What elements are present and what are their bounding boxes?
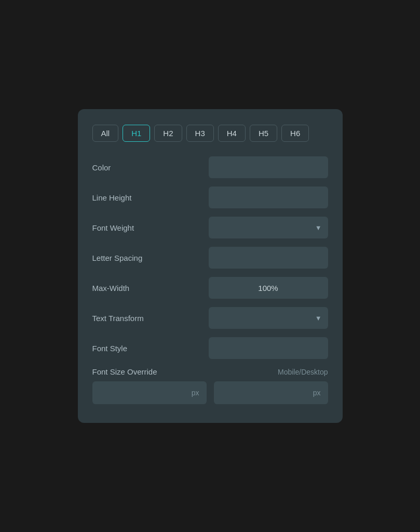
tab-h1[interactable]: H1 — [123, 125, 150, 142]
desktop-px-input-wrap: px — [214, 381, 328, 404]
max-width-row: Max-Width — [92, 277, 328, 299]
mobile-desktop-label: Mobile/Desktop — [278, 368, 328, 376]
text-transform-select-wrap: ▼ — [209, 307, 328, 329]
color-input[interactable] — [209, 156, 328, 178]
text-transform-select[interactable] — [209, 307, 328, 329]
font-size-override-label: Font Size Override — [92, 367, 157, 376]
tab-all[interactable]: All — [92, 125, 119, 142]
max-width-input[interactable] — [209, 277, 328, 299]
font-weight-select-wrap: ▼ — [209, 217, 328, 238]
font-style-label: Font Style — [92, 344, 160, 353]
tab-h3[interactable]: H3 — [186, 125, 214, 142]
letter-spacing-input[interactable] — [209, 247, 328, 269]
heading-tabs: All H1 H2 H3 H4 H5 H6 — [92, 125, 328, 142]
tab-h6[interactable]: H6 — [281, 125, 309, 142]
desktop-px-label: px — [313, 389, 321, 397]
mobile-px-input[interactable] — [100, 389, 188, 397]
max-width-label: Max-Width — [92, 284, 160, 292]
font-weight-select[interactable] — [209, 217, 328, 238]
typography-panel: All H1 H2 H3 H4 H5 H6 Color Line Height … — [78, 109, 343, 423]
line-height-row: Line Height — [92, 187, 328, 208]
font-size-override-row: Font Size Override Mobile/Desktop — [92, 367, 328, 376]
text-transform-label: Text Transform — [92, 314, 160, 323]
desktop-px-input[interactable] — [221, 389, 310, 397]
letter-spacing-row: Letter Spacing — [92, 247, 328, 269]
tab-h5[interactable]: H5 — [250, 125, 277, 142]
color-row: Color — [92, 156, 328, 178]
mobile-px-input-wrap: px — [92, 381, 207, 404]
tab-h4[interactable]: H4 — [218, 125, 246, 142]
letter-spacing-label: Letter Spacing — [92, 254, 160, 262]
line-height-label: Line Height — [92, 193, 160, 202]
tab-h2[interactable]: H2 — [154, 125, 182, 142]
font-style-input[interactable] — [209, 337, 328, 359]
font-weight-row: Font Weight ▼ — [92, 217, 328, 238]
font-weight-label: Font Weight — [92, 223, 160, 232]
px-inputs-row: px px — [92, 381, 328, 404]
font-style-row: Font Style — [92, 337, 328, 359]
color-label: Color — [92, 163, 160, 172]
text-transform-row: Text Transform ▼ — [92, 307, 328, 329]
line-height-input[interactable] — [209, 187, 328, 208]
mobile-px-label: px — [192, 389, 199, 397]
